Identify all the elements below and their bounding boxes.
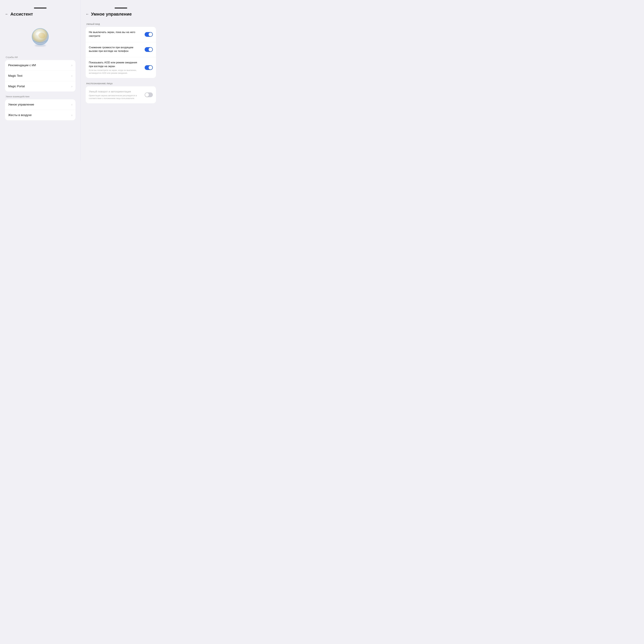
menu-item-air-gestures-label: Жесты в воздухе xyxy=(8,113,32,117)
settings-item-auto-rotate-text: Умный поворот и автоориентация Ориентаци… xyxy=(89,90,142,100)
toggle-auto-rotate[interactable] xyxy=(145,92,153,97)
menu-item-recommendations-label: Рекомендации с ИИ xyxy=(8,64,36,67)
settings-item-volume-reduce: Снижение громкости при входящем вызове п… xyxy=(86,42,156,57)
left-back-button[interactable]: ← xyxy=(5,12,8,16)
chevron-magic-text-icon: › xyxy=(71,74,72,78)
ai-globe-image xyxy=(30,27,50,47)
toggle-aod[interactable] xyxy=(145,65,153,70)
menu-item-smart-control-label: Умное управление xyxy=(8,103,34,106)
left-page-title: Ассистент xyxy=(10,12,33,17)
smart-menu-card: Умное управление › Жесты в воздухе › xyxy=(5,99,75,120)
smart-look-card: Не выключать экран, пока вы на него смот… xyxy=(86,27,156,78)
settings-item-auto-rotate: Умный поворот и автоориентация Ориентаци… xyxy=(86,86,156,103)
menu-item-magic-portal[interactable]: Magic Portal › xyxy=(5,81,75,92)
toggle-volume-reduce-knob xyxy=(149,48,152,51)
menu-item-smart-control[interactable]: Умное управление › xyxy=(5,99,75,110)
right-panel: ← Умное управление УМНЫЙ ВИД Не выключат… xyxy=(81,0,161,161)
right-back-header: ← Умное управление xyxy=(86,12,156,17)
menu-item-air-gestures[interactable]: Жесты в воздухе › xyxy=(5,110,75,120)
settings-item-screen-on-title: Не выключать экран, пока вы на него смот… xyxy=(89,30,142,38)
chevron-air-gestures-icon: › xyxy=(71,114,72,117)
settings-item-volume-reduce-title: Снижение громкости при входящем вызове п… xyxy=(89,46,142,53)
chevron-recommendations-icon: › xyxy=(71,64,72,67)
face-card: Умный поворот и автоориентация Ориентаци… xyxy=(86,86,156,103)
ai-section-label: Службы ИИ xyxy=(6,56,75,58)
right-page-title: Умное управление xyxy=(91,12,132,17)
menu-item-magic-text[interactable]: Magic Text › xyxy=(5,71,75,81)
settings-item-aod-text: Показывать AOD или режим ожидания при вз… xyxy=(89,61,142,75)
toggle-auto-rotate-knob xyxy=(145,93,149,97)
face-section-label: РАСПОЗНАВАНИЕ ЛИЦА xyxy=(86,82,156,85)
settings-item-auto-rotate-title: Умный поворот и автоориентация xyxy=(89,90,142,94)
smart-look-section-label: УМНЫЙ ВИД xyxy=(86,23,156,25)
settings-item-screen-on: Не выключать экран, пока вы на него смот… xyxy=(86,27,156,42)
left-back-header: ← Ассистент xyxy=(5,12,75,17)
toggle-volume-reduce[interactable] xyxy=(145,47,153,52)
chevron-smart-control-icon: › xyxy=(71,103,72,106)
status-bar-notch xyxy=(34,8,47,8)
right-back-button[interactable]: ← xyxy=(86,12,89,16)
settings-item-auto-rotate-desc: Ориентация экрана автоматически регулиру… xyxy=(89,94,142,100)
settings-item-volume-reduce-text: Снижение громкости при входящем вызове п… xyxy=(89,46,142,54)
right-status-bar-notch xyxy=(115,8,127,8)
menu-item-recommendations[interactable]: Рекомендации с ИИ › xyxy=(5,60,75,71)
chevron-magic-portal-icon: › xyxy=(71,85,72,88)
left-panel: ← Ассистент xyxy=(0,0,81,161)
settings-item-aod-title: Показывать AOD или режим ожидания при вз… xyxy=(89,61,142,68)
toggle-screen-on[interactable] xyxy=(145,32,153,37)
smart-section-label: Умное взаимодействие xyxy=(6,95,75,98)
settings-item-aod-desc: Если вы посмотрите на экран, когда он вы… xyxy=(89,69,142,75)
toggle-aod-knob xyxy=(149,66,152,69)
ai-globe-container xyxy=(5,25,75,50)
settings-item-aod: Показывать AOD или режим ожидания при вз… xyxy=(86,57,156,78)
settings-item-screen-on-text: Не выключать экран, пока вы на него смот… xyxy=(89,30,142,39)
menu-item-magic-portal-label: Magic Portal xyxy=(8,85,25,88)
menu-item-magic-text-label: Magic Text xyxy=(8,74,22,78)
toggle-screen-on-knob xyxy=(149,33,152,36)
ai-menu-card: Рекомендации с ИИ › Magic Text › Magic P… xyxy=(5,60,75,92)
